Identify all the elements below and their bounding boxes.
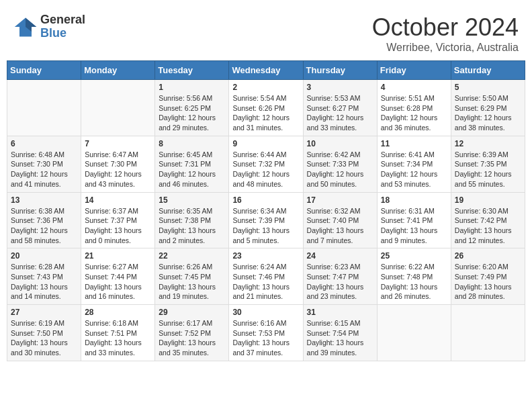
logo-general: General	[40, 13, 85, 27]
page-header: General Blue October 2024 Werribee, Vict…	[7, 7, 525, 57]
day-cell: 18Sunrise: 6:31 AM Sunset: 7:41 PM Dayli…	[377, 192, 451, 248]
cell-content: Sunrise: 6:38 AM Sunset: 7:36 PM Dayligh…	[11, 206, 77, 246]
day-number: 24	[307, 251, 373, 261]
day-cell: 6Sunrise: 6:48 AM Sunset: 7:30 PM Daylig…	[7, 136, 81, 192]
day-number: 12	[455, 139, 521, 148]
day-number: 25	[381, 251, 447, 261]
day-number: 28	[85, 308, 151, 317]
day-number: 21	[85, 251, 151, 261]
day-number: 30	[232, 308, 299, 317]
week-row-2: 13Sunrise: 6:38 AM Sunset: 7:36 PM Dayli…	[7, 192, 525, 248]
day-number: 15	[159, 195, 225, 205]
logo: General Blue	[13, 13, 85, 40]
cell-content: Sunrise: 6:19 AM Sunset: 7:50 PM Dayligh…	[11, 318, 77, 358]
day-number: 1	[159, 83, 225, 92]
week-row-4: 27Sunrise: 6:19 AM Sunset: 7:50 PM Dayli…	[7, 305, 525, 361]
day-cell: 20Sunrise: 6:28 AM Sunset: 7:43 PM Dayli…	[7, 248, 81, 305]
title-section: October 2024 Werribee, Victoria, Austral…	[372, 13, 519, 54]
day-cell: 1Sunrise: 5:56 AM Sunset: 6:25 PM Daylig…	[155, 80, 229, 136]
day-number: 31	[307, 308, 373, 317]
day-number: 5	[455, 83, 521, 92]
day-cell: 16Sunrise: 6:34 AM Sunset: 7:39 PM Dayli…	[229, 192, 303, 248]
day-number: 26	[455, 251, 521, 261]
cell-content: Sunrise: 6:47 AM Sunset: 7:30 PM Dayligh…	[85, 150, 151, 189]
header-wednesday: Wednesday	[229, 61, 303, 80]
day-number: 7	[85, 139, 151, 148]
day-cell	[7, 80, 81, 136]
day-cell: 28Sunrise: 6:18 AM Sunset: 7:51 PM Dayli…	[81, 305, 155, 361]
day-cell: 31Sunrise: 6:15 AM Sunset: 7:54 PM Dayli…	[303, 305, 377, 361]
day-cell	[451, 305, 525, 361]
logo-icon	[13, 15, 38, 39]
day-number: 14	[85, 195, 151, 205]
cell-content: Sunrise: 5:51 AM Sunset: 6:28 PM Dayligh…	[381, 93, 447, 133]
cell-content: Sunrise: 6:16 AM Sunset: 7:53 PM Dayligh…	[232, 318, 299, 358]
day-number: 10	[307, 139, 373, 148]
day-number: 29	[159, 308, 225, 317]
day-number: 27	[11, 308, 77, 317]
day-number: 8	[159, 139, 225, 148]
cell-content: Sunrise: 5:56 AM Sunset: 6:25 PM Dayligh…	[159, 93, 225, 133]
header-friday: Friday	[377, 61, 451, 80]
day-cell: 29Sunrise: 6:17 AM Sunset: 7:52 PM Dayli…	[155, 305, 229, 361]
header-saturday: Saturday	[451, 61, 525, 80]
day-cell: 3Sunrise: 5:53 AM Sunset: 6:27 PM Daylig…	[303, 80, 377, 136]
header-monday: Monday	[81, 61, 155, 80]
day-number: 11	[381, 139, 447, 148]
cell-content: Sunrise: 6:44 AM Sunset: 7:32 PM Dayligh…	[232, 150, 299, 189]
cell-content: Sunrise: 6:20 AM Sunset: 7:49 PM Dayligh…	[455, 262, 521, 302]
day-cell	[377, 305, 451, 361]
cell-content: Sunrise: 6:18 AM Sunset: 7:51 PM Dayligh…	[85, 318, 151, 358]
cell-content: Sunrise: 6:35 AM Sunset: 7:38 PM Dayligh…	[159, 206, 225, 246]
cell-content: Sunrise: 6:39 AM Sunset: 7:35 PM Dayligh…	[455, 150, 521, 189]
day-cell: 7Sunrise: 6:47 AM Sunset: 7:30 PM Daylig…	[81, 136, 155, 192]
cell-content: Sunrise: 6:32 AM Sunset: 7:40 PM Dayligh…	[307, 206, 373, 246]
day-cell: 14Sunrise: 6:37 AM Sunset: 7:37 PM Dayli…	[81, 192, 155, 248]
day-cell: 21Sunrise: 6:27 AM Sunset: 7:44 PM Dayli…	[81, 248, 155, 305]
week-row-1: 6Sunrise: 6:48 AM Sunset: 7:30 PM Daylig…	[7, 136, 525, 192]
day-number: 9	[232, 139, 299, 148]
month-title: October 2024	[372, 13, 519, 42]
cell-content: Sunrise: 6:27 AM Sunset: 7:44 PM Dayligh…	[85, 262, 151, 302]
day-cell: 22Sunrise: 6:26 AM Sunset: 7:45 PM Dayli…	[155, 248, 229, 305]
day-number: 2	[232, 83, 299, 92]
day-number: 3	[307, 83, 373, 92]
day-number: 16	[232, 195, 299, 205]
cell-content: Sunrise: 5:50 AM Sunset: 6:29 PM Dayligh…	[455, 93, 521, 133]
cell-content: Sunrise: 6:48 AM Sunset: 7:30 PM Dayligh…	[11, 150, 77, 189]
cell-content: Sunrise: 6:45 AM Sunset: 7:31 PM Dayligh…	[159, 150, 225, 189]
cell-content: Sunrise: 6:37 AM Sunset: 7:37 PM Dayligh…	[85, 206, 151, 246]
day-number: 13	[11, 195, 77, 205]
day-cell: 19Sunrise: 6:30 AM Sunset: 7:42 PM Dayli…	[451, 192, 525, 248]
day-cell: 15Sunrise: 6:35 AM Sunset: 7:38 PM Dayli…	[155, 192, 229, 248]
day-number: 20	[11, 251, 77, 261]
day-cell: 26Sunrise: 6:20 AM Sunset: 7:49 PM Dayli…	[451, 248, 525, 305]
day-cell: 5Sunrise: 5:50 AM Sunset: 6:29 PM Daylig…	[451, 80, 525, 136]
day-cell: 2Sunrise: 5:54 AM Sunset: 6:26 PM Daylig…	[229, 80, 303, 136]
day-number: 18	[381, 195, 447, 205]
day-cell: 27Sunrise: 6:19 AM Sunset: 7:50 PM Dayli…	[7, 305, 81, 361]
logo-text: General Blue	[40, 13, 85, 40]
cell-content: Sunrise: 6:17 AM Sunset: 7:52 PM Dayligh…	[159, 318, 225, 358]
day-cell: 10Sunrise: 6:42 AM Sunset: 7:33 PM Dayli…	[303, 136, 377, 192]
cell-content: Sunrise: 5:54 AM Sunset: 6:26 PM Dayligh…	[232, 93, 299, 133]
logo-blue: Blue	[40, 27, 85, 40]
day-number: 4	[381, 83, 447, 92]
cell-content: Sunrise: 6:23 AM Sunset: 7:47 PM Dayligh…	[307, 262, 373, 302]
cell-content: Sunrise: 6:24 AM Sunset: 7:46 PM Dayligh…	[232, 262, 299, 302]
calendar-table: SundayMondayTuesdayWednesdayThursdayFrid…	[7, 60, 525, 361]
day-number: 6	[11, 139, 77, 148]
day-number: 19	[455, 195, 521, 205]
day-cell: 11Sunrise: 6:41 AM Sunset: 7:34 PM Dayli…	[377, 136, 451, 192]
cell-content: Sunrise: 6:22 AM Sunset: 7:48 PM Dayligh…	[381, 262, 447, 302]
header-tuesday: Tuesday	[155, 61, 229, 80]
day-cell: 17Sunrise: 6:32 AM Sunset: 7:40 PM Dayli…	[303, 192, 377, 248]
day-cell: 24Sunrise: 6:23 AM Sunset: 7:47 PM Dayli…	[303, 248, 377, 305]
day-number: 17	[307, 195, 373, 205]
cell-content: Sunrise: 6:30 AM Sunset: 7:42 PM Dayligh…	[455, 206, 521, 246]
day-number: 23	[232, 251, 299, 261]
day-cell: 12Sunrise: 6:39 AM Sunset: 7:35 PM Dayli…	[451, 136, 525, 192]
day-cell: 13Sunrise: 6:38 AM Sunset: 7:36 PM Dayli…	[7, 192, 81, 248]
cell-content: Sunrise: 6:28 AM Sunset: 7:43 PM Dayligh…	[11, 262, 77, 302]
day-cell	[81, 80, 155, 136]
